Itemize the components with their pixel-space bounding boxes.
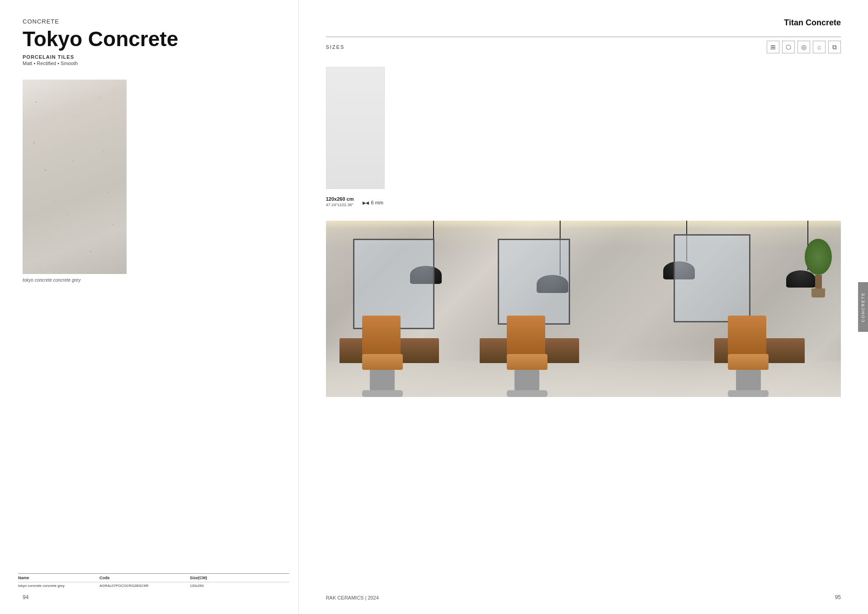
- size-dimensions: 120x260 cm: [326, 196, 354, 202]
- tile-image: [23, 80, 127, 274]
- plant-pot: [811, 288, 825, 298]
- col-code-header: Code: [99, 576, 190, 580]
- mirror-3: [674, 234, 750, 322]
- ceiling-light: [326, 221, 841, 229]
- chair-back-1: [362, 316, 401, 354]
- grid-icon[interactable]: ⊞: [767, 41, 779, 53]
- sizes-label: SIZES: [326, 44, 345, 50]
- barber-chair-2: [507, 316, 547, 397]
- chair-foot-3: [728, 390, 769, 397]
- copy-icon[interactable]: ⧉: [828, 41, 841, 53]
- top-right-title: Titan Concrete: [784, 18, 841, 28]
- tile-caption: tokyo concrete concrete grey: [23, 278, 127, 283]
- chair-seat-3: [728, 354, 769, 370]
- row-size: 120x260: [190, 584, 244, 588]
- circle-icon[interactable]: ◎: [797, 41, 810, 53]
- right-page: Titan Concrete SIZES ⊞ ⬡ ◎ ⌂ ⧉ 120x260 c…: [299, 0, 868, 614]
- plant-stem: [815, 275, 822, 288]
- sizes-section: SIZES ⊞ ⬡ ◎ ⌂ ⧉: [326, 37, 841, 53]
- diagonal-icon[interactable]: ⬡: [782, 41, 795, 53]
- chair-foot-2: [507, 390, 547, 397]
- chair-seat-2: [507, 354, 547, 370]
- chair-foot-1: [362, 390, 403, 397]
- table-header-row: Name Code Size(CM): [18, 573, 289, 580]
- size-tile-preview: [326, 67, 385, 189]
- room-image-container: [326, 221, 841, 397]
- col-size-header: Size(CM): [190, 576, 244, 580]
- right-page-number: 95: [835, 594, 841, 600]
- concrete-tab-text: CONCRETE: [861, 292, 865, 322]
- product-table: Name Code Size(CM) tokyo concrete concre…: [18, 573, 289, 589]
- left-page-number: 94: [23, 594, 28, 600]
- tile-attributes: Matt • Rectified • Smooth: [23, 61, 280, 66]
- chair-base-2: [514, 370, 539, 390]
- tile-image-wrapper: tokyo concrete concrete grey: [23, 80, 127, 283]
- left-page: CONCRETE Tokyo Concrete PORCELAIN TILES …: [0, 0, 298, 614]
- chair-base-1: [370, 370, 395, 390]
- row-code: AGRAL07POCOCRG2BSC6R: [99, 584, 190, 588]
- size-item: 120x260 cm 47.24"x102.36" ▸◂ 6 mm: [326, 67, 385, 207]
- sizes-content: 120x260 cm 47.24"x102.36" ▸◂ 6 mm: [326, 67, 841, 207]
- thickness-value: 6 mm: [371, 200, 383, 205]
- chair-back-2: [507, 316, 545, 354]
- mirror-2: [498, 239, 570, 325]
- plant: [805, 239, 832, 298]
- barber-chair-1: [362, 316, 403, 397]
- home-icon[interactable]: ⌂: [813, 41, 826, 53]
- concrete-tab: CONCRETE: [858, 282, 868, 332]
- chair-base-3: [736, 370, 761, 390]
- right-page-header: Titan Concrete: [326, 18, 841, 28]
- col-name-header: Name: [18, 576, 99, 580]
- barber-chair-3: [728, 316, 769, 397]
- chair-back-3: [728, 316, 766, 354]
- product-title: Tokyo Concrete: [23, 28, 280, 51]
- right-page-footer: RAK CERAMICS | 2024: [326, 595, 379, 600]
- plant-leaves: [805, 239, 832, 275]
- icon-group: ⊞ ⬡ ◎ ⌂ ⧉: [767, 41, 841, 53]
- tile-type: PORCELAIN TILES: [23, 54, 280, 60]
- category-label: CONCRETE: [23, 18, 280, 25]
- size-inches: 47.24"x102.36": [326, 203, 354, 207]
- table-row: tokyo concrete concrete grey AGRAL07POCO…: [18, 582, 289, 589]
- row-name: tokyo concrete concrete grey: [18, 584, 99, 588]
- size-thickness: ▸◂ 6 mm: [363, 199, 383, 206]
- chair-seat-1: [362, 354, 403, 370]
- room-image: [326, 221, 841, 397]
- thickness-symbol: ▸◂: [363, 199, 369, 206]
